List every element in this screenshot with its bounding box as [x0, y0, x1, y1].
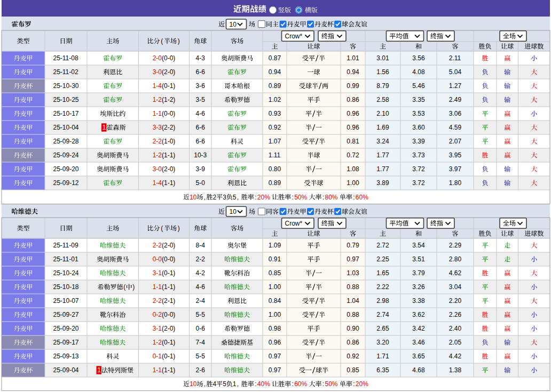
- svg-text:1.00: 1.00: [269, 283, 281, 291]
- svg-text:1.38: 1.38: [449, 366, 462, 374]
- svg-text:0.80: 0.80: [269, 165, 281, 173]
- svg-text:,: ,: [204, 380, 206, 388]
- svg-text:50%: 50%: [325, 380, 338, 388]
- svg-text:1.69: 1.69: [376, 124, 389, 131]
- svg-text:2.58: 2.58: [376, 96, 389, 103]
- svg-text:60%: 60%: [294, 380, 307, 388]
- svg-text:2: 2: [212, 194, 216, 201]
- svg-text:2.26: 2.26: [449, 311, 462, 318]
- svg-text:7-4: 7-4: [196, 339, 206, 346]
- svg-text:25-09-27: 25-09-27: [53, 311, 78, 318]
- svg-text:0.85: 0.85: [347, 366, 359, 374]
- svg-text:2.80: 2.80: [449, 255, 462, 263]
- svg-text:4.08: 4.08: [412, 68, 425, 76]
- svg-text:0.85: 0.85: [269, 269, 281, 277]
- svg-text:(: (: [161, 37, 163, 45]
- svg-text:0.98: 0.98: [269, 325, 281, 332]
- svg-text:3.73: 3.73: [412, 151, 425, 159]
- svg-text:3.89: 3.89: [376, 179, 389, 187]
- svg-text:1.00: 1.00: [269, 311, 281, 318]
- svg-text:3.65: 3.65: [412, 353, 425, 360]
- svg-text:2.20: 2.20: [449, 297, 462, 305]
- svg-text:1.08: 1.08: [347, 165, 359, 173]
- svg-text:0.97: 0.97: [269, 366, 281, 374]
- svg-text:3.51: 3.51: [412, 255, 425, 263]
- svg-text:2.72: 2.72: [376, 242, 389, 249]
- svg-text:3.06: 3.06: [449, 110, 462, 117]
- svg-text:0.99: 0.99: [347, 82, 359, 90]
- svg-text:0-1: 0-1: [153, 353, 162, 360]
- svg-text:25-09-17: 25-09-17: [53, 339, 78, 346]
- svg-text:(0-0): (0-0): [162, 311, 175, 318]
- svg-text:4-3: 4-3: [196, 54, 206, 62]
- svg-text:1.01: 1.01: [347, 54, 359, 62]
- svg-text:2.25: 2.25: [376, 255, 389, 263]
- svg-text:1.00: 1.00: [347, 179, 359, 187]
- svg-text:2-6: 2-6: [196, 366, 206, 374]
- svg-text:20%: 20%: [356, 380, 368, 388]
- svg-text:6-6: 6-6: [196, 68, 206, 76]
- svg-text:(0-1): (0-1): [162, 269, 175, 277]
- svg-text:(1-1): (1-1): [162, 179, 175, 187]
- svg-text:(2-0): (2-0): [162, 165, 175, 173]
- svg-text:10: 10: [190, 380, 197, 388]
- svg-text:(1-1): (1-1): [162, 366, 175, 374]
- svg-text:0-6: 0-6: [196, 325, 206, 332]
- svg-text:3.04: 3.04: [449, 283, 462, 291]
- svg-text:2-2: 2-2: [153, 138, 162, 145]
- svg-text:,: ,: [204, 194, 206, 201]
- svg-text:0.87: 0.87: [269, 54, 281, 62]
- svg-text:2-2: 2-2: [196, 255, 206, 263]
- svg-text:10: 10: [230, 21, 237, 28]
- svg-text:3.72: 3.72: [412, 179, 425, 187]
- svg-text:(: (: [123, 283, 125, 291]
- svg-text:25-09-24: 25-09-24: [53, 151, 78, 159]
- svg-text:6.35: 6.35: [376, 366, 389, 374]
- svg-text:5.46: 5.46: [412, 82, 425, 90]
- svg-text:1-2: 1-2: [153, 96, 162, 103]
- svg-text:10: 10: [230, 208, 237, 215]
- svg-text:0.93: 0.93: [269, 110, 281, 117]
- svg-text:2.49: 2.49: [449, 96, 462, 103]
- svg-text:3-5: 3-5: [196, 96, 206, 103]
- svg-text:0.94: 0.94: [347, 68, 359, 76]
- svg-text:2.40: 2.40: [449, 325, 462, 332]
- svg-text:(1-2): (1-2): [162, 96, 175, 103]
- svg-text:3.46: 3.46: [412, 339, 425, 346]
- svg-text:1.09: 1.09: [269, 242, 281, 249]
- svg-text:1.04: 1.04: [347, 297, 359, 305]
- svg-text:): ): [132, 283, 135, 291]
- svg-text:3.01: 3.01: [376, 54, 389, 62]
- svg-text:(0-0): (0-0): [162, 110, 175, 117]
- svg-text:(2-0): (2-0): [162, 325, 175, 332]
- svg-text:1.27: 1.27: [449, 82, 462, 90]
- svg-text:0.94: 0.94: [269, 68, 281, 76]
- svg-text:2.98: 2.98: [376, 297, 389, 305]
- svg-text:3.26: 3.26: [412, 283, 425, 291]
- svg-text:3.97: 3.97: [449, 165, 462, 173]
- svg-text:6-6: 6-6: [196, 138, 206, 145]
- svg-text:4-6: 4-6: [196, 110, 206, 117]
- svg-text:3.24: 3.24: [376, 138, 389, 145]
- svg-text:25-11-01: 25-11-01: [53, 255, 78, 263]
- svg-text:3.72: 3.72: [412, 165, 425, 173]
- svg-text:2.11: 2.11: [449, 54, 461, 62]
- svg-text:2.05: 2.05: [449, 339, 462, 346]
- svg-text:25-09-13: 25-09-13: [53, 353, 78, 360]
- svg-text:(0-1): (0-1): [162, 82, 175, 90]
- svg-text:5-5: 5-5: [196, 353, 206, 360]
- svg-text:2.29: 2.29: [449, 242, 462, 249]
- svg-text::: :: [353, 194, 355, 201]
- svg-text:1.11: 1.11: [269, 151, 281, 159]
- svg-text:25-10-07: 25-10-07: [53, 297, 78, 305]
- svg-text:0.96: 0.96: [347, 124, 359, 131]
- svg-text:Crow*: Crow*: [285, 33, 303, 40]
- svg-text::: :: [255, 380, 256, 388]
- svg-text:0.88: 0.88: [347, 283, 359, 291]
- svg-text:80%: 80%: [325, 194, 338, 201]
- svg-text:3.54: 3.54: [412, 242, 425, 249]
- svg-text::: :: [353, 380, 355, 388]
- svg-text:1.03: 1.03: [347, 269, 359, 277]
- svg-text:(2-0): (2-0): [162, 68, 175, 76]
- svg-text:5.04: 5.04: [449, 68, 462, 76]
